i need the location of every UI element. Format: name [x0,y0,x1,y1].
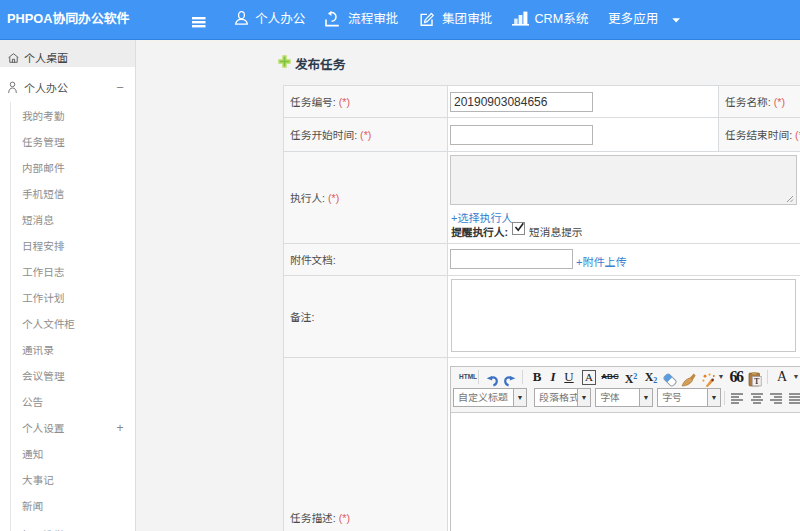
svg-text:T: T [754,377,760,386]
